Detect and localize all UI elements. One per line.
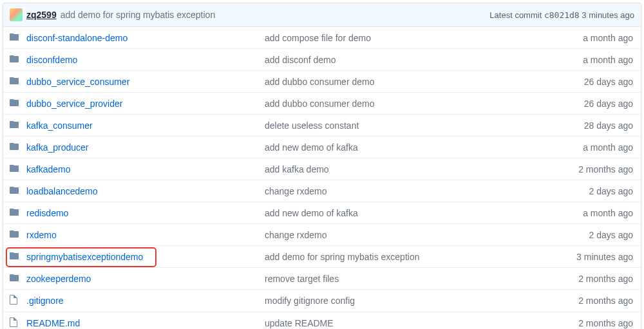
file-listing-container: zq2599 add demo for spring mybatis excep… <box>3 3 641 329</box>
commit-message-link[interactable]: change rxdemo <box>265 230 327 240</box>
commit-message-link[interactable]: add kafka demo <box>265 164 329 174</box>
table-row: redisdemoadd new demo of kafkaa month ag… <box>3 202 641 224</box>
commit-message-link[interactable]: add demo for spring mybatis exception <box>265 252 419 262</box>
commit-message-link[interactable]: add new demo of kafka <box>265 208 358 218</box>
folder-icon <box>10 251 19 262</box>
commit-time: 26 days ago <box>551 71 641 93</box>
folder-link[interactable]: rxdemo <box>26 230 57 240</box>
folder-link[interactable]: springmybatisexceptiondemo <box>26 252 143 262</box>
folder-link[interactable]: kafkademo <box>26 164 70 174</box>
table-row: disconfdemoadd disconf demoa month ago <box>3 49 641 71</box>
table-row: kafka_produceradd new demo of kafkaa mon… <box>3 136 641 158</box>
file-link[interactable]: .gitignore <box>26 296 64 306</box>
folder-link[interactable]: loadbalancedemo <box>26 186 98 196</box>
commit-time: a month ago <box>551 27 641 49</box>
commit-time: 2 days ago <box>551 180 641 202</box>
table-row: dubbo_service_provideradd dubbo consumer… <box>3 93 641 115</box>
commit-time: 2 months ago <box>551 268 641 290</box>
folder-icon <box>10 164 19 174</box>
folder-link[interactable]: dubbo_service_consumer <box>26 77 129 87</box>
commit-message-link[interactable]: change rxdemo <box>265 186 327 196</box>
folder-icon <box>10 120 19 131</box>
folder-link[interactable]: disconf-standalone-demo <box>26 33 128 43</box>
commit-time: a month ago <box>551 136 641 158</box>
folder-icon <box>10 229 19 240</box>
commit-time: 3 minutes ago <box>551 246 641 268</box>
table-row: README.mdupdate README2 months ago <box>3 312 641 330</box>
folder-link[interactable]: dubbo_service_provider <box>26 99 122 109</box>
latest-commit-message[interactable]: add demo for spring mybatis exception <box>61 10 215 20</box>
table-row: kafkademoadd kafka demo2 months ago <box>3 158 641 180</box>
table-row: rxdemochange rxdemo2 days ago <box>3 224 641 246</box>
commit-time: 28 days ago <box>551 115 641 136</box>
table-row: springmybatisexceptiondemoadd demo for s… <box>3 246 641 268</box>
latest-commit-label: Latest commit <box>489 10 542 20</box>
file-table: disconf-standalone-demoadd compose file … <box>3 27 641 329</box>
latest-commit-meta: Latest commit c8021d8 3 minutes ago <box>489 10 634 20</box>
file-icon <box>10 317 17 329</box>
latest-commit-time: 3 minutes ago <box>582 10 634 20</box>
table-row: disconf-standalone-demoadd compose file … <box>3 27 641 49</box>
table-row: dubbo_service_consumeradd dubbo consumer… <box>3 71 641 93</box>
avatar[interactable] <box>10 8 23 21</box>
commit-message-link[interactable]: add compose file for demo <box>265 33 371 43</box>
folder-link[interactable]: kafka_consumer <box>26 120 93 131</box>
author-link[interactable]: zq2599 <box>26 10 57 20</box>
latest-commit-sha[interactable]: c8021d8 <box>544 10 580 20</box>
commit-time: 26 days ago <box>551 93 641 115</box>
commit-time: 2 months ago <box>551 290 641 312</box>
file-link[interactable]: README.md <box>26 318 80 328</box>
folder-icon <box>10 207 19 218</box>
folder-icon <box>10 32 19 43</box>
commit-time: a month ago <box>551 49 641 71</box>
file-icon <box>10 295 17 306</box>
folder-icon <box>10 142 19 153</box>
commit-time: 2 months ago <box>551 158 641 180</box>
folder-link[interactable]: redisdemo <box>26 208 68 218</box>
folder-icon <box>10 273 19 284</box>
commit-time: 2 months ago <box>551 312 641 330</box>
commit-time: 2 days ago <box>551 224 641 246</box>
commit-message-link[interactable]: add dubbo consumer demo <box>265 99 374 109</box>
folder-link[interactable]: zookeeperdemo <box>26 274 91 284</box>
commit-message-link[interactable]: add disconf demo <box>265 55 336 65</box>
folder-icon <box>10 185 19 196</box>
table-row: loadbalancedemochange rxdemo2 days ago <box>3 180 641 202</box>
commit-message-link[interactable]: delete useless constant <box>265 120 359 131</box>
commit-time: a month ago <box>551 202 641 224</box>
folder-link[interactable]: kafka_producer <box>26 142 89 153</box>
folder-link[interactable]: disconfdemo <box>26 55 77 65</box>
commit-message-link[interactable]: add new demo of kafka <box>265 142 358 153</box>
commit-message-link[interactable]: remove target files <box>265 274 339 284</box>
folder-icon <box>10 54 19 65</box>
table-row: kafka_consumerdelete useless constant28 … <box>3 115 641 136</box>
commit-message-link[interactable]: update README <box>265 318 334 328</box>
latest-commit-bar: zq2599 add demo for spring mybatis excep… <box>3 3 641 27</box>
commit-message-link[interactable]: modify gitignore config <box>265 296 355 306</box>
table-row: zookeeperdemoremove target files2 months… <box>3 268 641 290</box>
folder-icon <box>10 76 19 87</box>
folder-icon <box>10 98 19 109</box>
commit-message-link[interactable]: add dubbo consumer demo <box>265 77 374 87</box>
table-row: .gitignoremodify gitignore config2 month… <box>3 290 641 312</box>
